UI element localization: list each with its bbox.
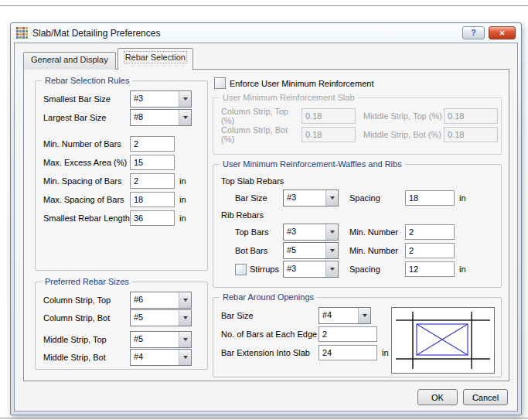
- group-caption: Rebar Around Openings: [220, 292, 317, 302]
- dialog-body: General and Display Rebar Selection Reba…: [14, 43, 518, 411]
- stirrups-spacing-input[interactable]: [405, 261, 455, 277]
- middle-strip-top-row: Middle Strip, Top #5: [43, 332, 199, 347]
- column-strip-bot-combobox[interactable]: #5: [130, 309, 192, 326]
- min-number-of-bars-input[interactable]: [130, 136, 175, 152]
- enforce-user-minimum-row: Enforce User Minimum Reinforcement: [214, 77, 373, 89]
- min-number-of-bars-label: Min. Number of Bars: [43, 139, 130, 149]
- help-button[interactable]: ?: [462, 26, 485, 39]
- largest-bar-size-row: Largest Bar Size #8: [43, 110, 199, 125]
- opening-bar-size-combobox[interactable]: #4: [319, 307, 371, 324]
- combobox-value: #3: [131, 91, 179, 107]
- column-strip-top-row: Column Strip, Top #6: [43, 292, 199, 308]
- titlebar[interactable]: Slab/Mat Detailing Preferences ? ✕: [11, 23, 521, 43]
- chevron-down-icon[interactable]: [179, 91, 191, 107]
- enforce-user-minimum-label: Enforce User Minimum Reinforcement: [230, 79, 373, 88]
- bar-extension-input[interactable]: [319, 345, 377, 360]
- waffle-spacing-label: Spacing: [349, 193, 405, 203]
- stirrups-label: Stirrups: [250, 265, 279, 274]
- smallest-rebar-length-input[interactable]: [130, 210, 175, 226]
- close-icon: ✕: [499, 29, 506, 37]
- close-button[interactable]: ✕: [489, 26, 516, 39]
- middle-strip-top-label: Middle Strip, Top: [43, 335, 130, 344]
- chevron-down-icon[interactable]: [179, 292, 191, 308]
- top-slab-rebars-label: Top Slab Rebars: [221, 176, 284, 186]
- slab-mat-detailing-preferences-dialog: Slab/Mat Detailing Preferences ? ✕ Gener…: [10, 22, 522, 415]
- group-user-minimum-reinforcement-slab: User Minimum Reinforcement Slab Column S…: [213, 97, 502, 155]
- app-icon: [16, 27, 29, 39]
- bars-at-each-edge-input[interactable]: [319, 326, 377, 342]
- chevron-down-icon[interactable]: [358, 308, 370, 323]
- min-spacing-of-bars-label: Min. Spacing of Bars: [43, 176, 130, 186]
- window-title: Slab/Mat Detailing Preferences: [32, 28, 458, 39]
- opening-rebar-diagram: [391, 307, 495, 374]
- chevron-down-icon[interactable]: [179, 310, 191, 326]
- rib-top-bars-row: Top Bars #3 Min. Number: [235, 224, 493, 240]
- waffle-spacing-input[interactable]: [405, 190, 455, 206]
- chevron-down-icon[interactable]: [179, 110, 191, 125]
- middle-strip-top-combobox[interactable]: #5: [130, 331, 192, 348]
- min-spacing-of-bars-input[interactable]: [130, 173, 175, 189]
- combobox-value: #6: [131, 292, 179, 308]
- combobox-value: #8: [131, 110, 179, 125]
- combobox-value: #5: [284, 243, 325, 258]
- middle-strip-bot-pct-input: [444, 127, 498, 142]
- dialog-buttons: OK Cancel: [417, 389, 508, 405]
- column-strip-bot-pct-label: Column Strip, Bot (%): [221, 125, 301, 144]
- largest-bar-size-label: Largest Bar Size: [43, 113, 130, 122]
- rib-bot-bars-combobox[interactable]: #5: [283, 242, 339, 259]
- tab-general-and-display[interactable]: General and Display: [23, 52, 116, 70]
- stirrups-checkbox[interactable]: [235, 264, 247, 275]
- top-slab-rebars-header: Top Slab Rebars: [221, 175, 493, 187]
- stirrups-row: Stirrups #3 Spacing in: [235, 261, 493, 277]
- max-excess-area-input[interactable]: [130, 155, 175, 170]
- chevron-down-icon[interactable]: [325, 261, 338, 277]
- cancel-button[interactable]: Cancel: [463, 389, 508, 405]
- smallest-bar-size-combobox[interactable]: #3: [130, 90, 192, 108]
- combobox-value: #3: [284, 224, 325, 240]
- middle-strip-bot-label: Middle Strip, Bot: [43, 353, 130, 362]
- opening-bar-size-label: Bar Size: [221, 311, 319, 320]
- document-rule-top: [0, 5, 528, 6]
- max-spacing-of-bars-label: Max. Spacing of Bars: [43, 195, 130, 204]
- chevron-down-icon[interactable]: [325, 224, 338, 240]
- bars-at-each-edge-label: No. of Bars at Each Edge: [221, 330, 319, 339]
- middle-strip-top-pct-input: [444, 108, 498, 124]
- chevron-down-icon[interactable]: [325, 243, 338, 258]
- slab-min-bot-row: Column Strip, Bot (%) Middle Strip, Bot …: [221, 127, 493, 142]
- chevron-down-icon[interactable]: [179, 350, 191, 365]
- column-strip-top-combobox[interactable]: #6: [130, 292, 192, 309]
- unit-label: in: [459, 265, 466, 274]
- document-rule-bottom: [0, 418, 528, 418]
- tab-rebar-selection[interactable]: Rebar Selection: [118, 48, 193, 70]
- max-spacing-of-bars-input[interactable]: [130, 192, 175, 207]
- stirrups-spacing-label: Spacing: [349, 265, 405, 274]
- column-strip-bot-label: Column Strip, Bot: [43, 313, 130, 323]
- smallest-bar-size-label: Smallest Bar Size: [43, 94, 130, 104]
- rib-top-min-number-input[interactable]: [405, 224, 455, 240]
- largest-bar-size-combobox[interactable]: #8: [130, 109, 192, 126]
- smallest-rebar-length-row: Smallest Rebar Length in: [43, 210, 199, 226]
- group-rebar-around-openings: Rebar Around Openings Bar Size #4 No. of…: [213, 297, 502, 377]
- rib-top-min-number-label: Min. Number: [349, 227, 405, 237]
- max-spacing-of-bars-row: Max. Spacing of Bars in: [43, 192, 199, 207]
- combobox-value: #4: [131, 350, 179, 365]
- tab-strip: General and Display Rebar Selection: [23, 53, 195, 70]
- stirrups-bar-size-combobox[interactable]: #3: [283, 261, 339, 278]
- chevron-down-icon[interactable]: [325, 190, 338, 206]
- tabpage-rebar-selection: Rebar Selection Rules Smallest Bar Size …: [23, 69, 509, 381]
- group-preferred-rebar-sizes: Preferred Rebar Sizes Column Strip, Top …: [35, 282, 208, 370]
- chevron-down-icon[interactable]: [179, 332, 191, 347]
- rib-top-bars-combobox[interactable]: #3: [283, 224, 339, 241]
- rib-rebars-header: Rib Rebars: [221, 209, 493, 221]
- ok-button[interactable]: OK: [417, 389, 458, 405]
- waffle-bar-size-combobox[interactable]: #3: [283, 190, 339, 207]
- min-spacing-of-bars-row: Min. Spacing of Bars in: [43, 173, 199, 189]
- rib-bot-bars-label: Bot Bars: [235, 246, 283, 255]
- column-strip-bot-row: Column Strip, Bot #5: [43, 310, 199, 326]
- enforce-user-minimum-checkbox[interactable]: [214, 77, 226, 89]
- middle-strip-bot-combobox[interactable]: #4: [130, 349, 192, 366]
- middle-strip-bot-row: Middle Strip, Bot #4: [43, 350, 199, 365]
- rib-bot-min-number-input[interactable]: [405, 243, 455, 258]
- smallest-bar-size-row: Smallest Bar Size #3: [43, 91, 199, 107]
- rib-top-bars-label: Top Bars: [235, 227, 283, 237]
